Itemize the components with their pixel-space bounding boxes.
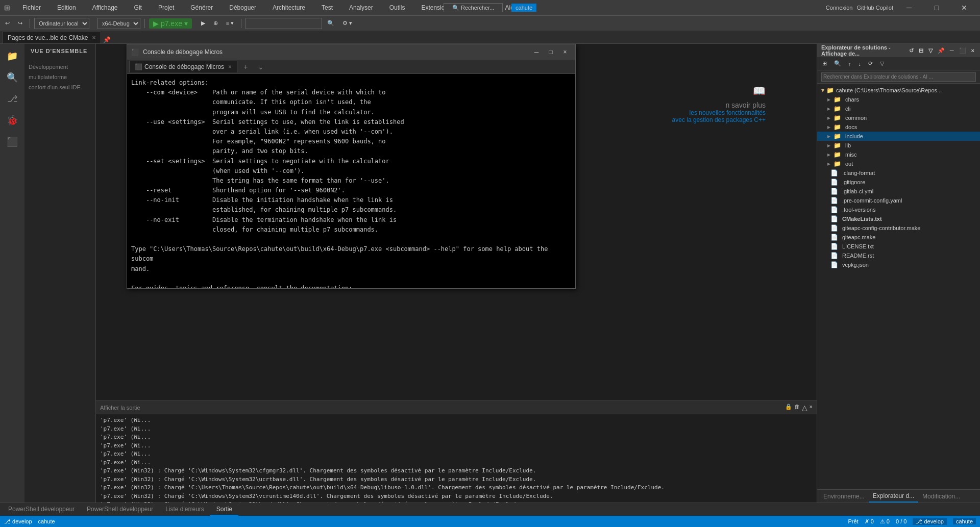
panel-filter-icon[interactable]: ⊟ — [917, 47, 925, 54]
tree-item-misc[interactable]: ▸📁misc — [817, 150, 980, 159]
tree-item-cli[interactable]: ▸📁cli — [817, 104, 980, 113]
output-clear-icon[interactable]: 🗑 — [794, 404, 800, 412]
se-toolbar-btn-6[interactable]: ▽ — [877, 59, 887, 68]
toolbar-undo[interactable]: ↩ — [2, 19, 13, 28]
tree-item--clang-format[interactable]: 📄.clang-format — [817, 168, 980, 178]
output-close-icon[interactable]: × — [810, 404, 813, 412]
tree-item-include[interactable]: ▸📁include — [817, 132, 980, 141]
tree-item-giteapc-config-contributor-make[interactable]: 📄giteapc-config-contributor.make — [817, 223, 980, 233]
explorer-search-input[interactable] — [821, 72, 976, 82]
menu-git[interactable]: Git — [130, 2, 146, 13]
platform-dropdown[interactable]: x64-Debug — [97, 18, 140, 29]
tree-item--pre-commit-config-yaml[interactable]: 📄.pre-commit-config.yaml — [817, 196, 980, 205]
activity-explorer[interactable]: 📁 — [2, 46, 22, 66]
console-close-btn[interactable]: × — [559, 46, 571, 58]
right-bottom-tab-1[interactable]: Explorateur d... — [869, 490, 918, 503]
se-toolbar-btn-4[interactable]: ↓ — [855, 60, 865, 68]
tree-item--tool-versions[interactable]: 📄.tool-versions — [817, 205, 980, 214]
tree-item-readme-rst[interactable]: 📄README.rst — [817, 251, 980, 260]
tree-item-license-txt[interactable]: 📄LICENSE.txt — [817, 242, 980, 251]
status-cahute-badge[interactable]: cahute — [953, 518, 976, 524]
status-warnings[interactable]: ⚠ 0 — [880, 518, 890, 525]
tree-item-vcpkg-json[interactable]: 📄vcpkg.json — [817, 260, 980, 269]
bottom-tab-sortie[interactable]: Sortie — [210, 504, 238, 516]
tree-item-giteapc-make[interactable]: 📄giteapc.make — [817, 233, 980, 242]
maximize-button[interactable]: □ — [925, 0, 948, 15]
panel-min-icon[interactable]: ─ — [948, 47, 955, 54]
tree-root[interactable]: ▾ 📁 cahute (C:\Users\Thomas\Source\Repos… — [817, 86, 980, 95]
menu-debug[interactable]: Déboguer — [225, 2, 260, 13]
debug-tab-nav[interactable]: ⌄ — [254, 61, 268, 73]
debug-tab-main[interactable]: ⬛ Console de débogage Micros × — [129, 61, 237, 72]
console-line: --set <settings> Serial settings to nego… — [131, 157, 571, 166]
output-line: 'p7.exe' (Win32) : Chargé 'C:\Users\Thom… — [100, 484, 813, 492]
console-line: (when used with '--com'). — [131, 166, 571, 176]
menu-test[interactable]: Test — [317, 2, 337, 13]
toolbar-search-icon[interactable]: 🔍 — [324, 19, 337, 28]
menu-view[interactable]: Affichage — [88, 2, 122, 13]
se-toolbar-btn-3[interactable]: ↑ — [845, 60, 854, 68]
tree-item--gitignore[interactable]: 📄.gitignore — [817, 178, 980, 187]
close-button[interactable]: ✕ — [952, 0, 976, 15]
console-minimize-btn[interactable]: ─ — [530, 46, 543, 58]
activity-search[interactable]: 🔍 — [2, 67, 22, 88]
search-icon[interactable]: 🔍 Rechercher... — [444, 3, 503, 12]
toolbar-search[interactable] — [246, 18, 322, 29]
menu-edit[interactable]: Edition — [53, 2, 80, 13]
toolbar-threads[interactable]: ≡ ▾ — [223, 19, 237, 28]
console-line: mand. — [131, 264, 571, 274]
menu-build[interactable]: Générer — [186, 2, 217, 13]
toolbar-gear[interactable]: ⚙ ▾ — [339, 19, 355, 28]
activity-git[interactable]: ⎇ — [2, 89, 22, 109]
status-errors[interactable]: ✗ 0 — [865, 518, 874, 525]
run-button[interactable]: ▶ p7.exe ▾ — [149, 18, 192, 29]
continue-button[interactable]: ▶ — [198, 19, 208, 28]
tree-item-chars[interactable]: ▸📁chars — [817, 95, 980, 104]
panel-max-icon[interactable]: ⬛ — [958, 47, 968, 54]
config-dropdown[interactable]: Ordinateur local — [34, 18, 89, 29]
panel-pin-icon[interactable]: 📌 — [936, 47, 946, 54]
menu-analyze[interactable]: Analyser — [345, 2, 377, 13]
bottom-tab-powershell-développeur[interactable]: PowerShell développeur — [81, 504, 159, 516]
tree-item-docs[interactable]: ▸📁docs — [817, 122, 980, 132]
ide-text-1: n savoir plus — [672, 101, 766, 109]
activity-extensions[interactable]: ⬛ — [2, 132, 22, 152]
panel-close-icon[interactable]: × — [970, 47, 976, 54]
panel-sync-icon[interactable]: ↺ — [908, 47, 915, 54]
status-develop-badge[interactable]: ⎇ develop — [913, 518, 947, 525]
status-position: 0 / 0 — [896, 518, 906, 524]
right-bottom-tab-0[interactable]: Environneme... — [819, 491, 869, 502]
console-maximize-btn[interactable]: □ — [545, 46, 557, 58]
toolbar-breakpoints[interactable]: ⊕ — [210, 19, 221, 28]
bottom-tab-liste-d'erreurs[interactable]: Liste d'erreurs — [159, 504, 210, 516]
menu-tools[interactable]: Outils — [385, 2, 409, 13]
status-repo[interactable]: cahute — [38, 518, 55, 524]
menu-file[interactable]: Fichier — [18, 2, 45, 13]
cmake-tab-close[interactable]: × — [92, 34, 95, 41]
output-collapse-icon[interactable]: △ — [802, 404, 807, 412]
tree-item--gitlab-ci-yml[interactable]: 📄.gitlab-ci.yml — [817, 187, 980, 196]
window-title: 🔍 Rechercher... cahute — [444, 4, 536, 11]
tree-item-cmakelists-txt[interactable]: 📄CMakeLists.txt — [817, 214, 980, 223]
output-line: 'p7.exe' (Win32) : Chargé 'C:\Windows\Sy… — [100, 467, 813, 475]
right-bottom-tab-2[interactable]: Modification... — [918, 491, 964, 502]
activity-debug[interactable]: 🐞 — [2, 110, 22, 131]
left-panel-item-1: Développement multiplateforme — [29, 62, 91, 83]
se-toolbar-btn-5[interactable]: ⟳ — [865, 59, 876, 68]
debug-tab-close[interactable]: × — [228, 63, 232, 70]
tree-item-out[interactable]: ▸📁out — [817, 159, 980, 168]
se-toolbar-btn-1[interactable]: ⊞ — [819, 59, 830, 68]
bottom-tab-powershell-développeur[interactable]: PowerShell développeur — [2, 504, 81, 516]
cmake-tab[interactable]: Pages de vue...ble de CMake × — [2, 32, 101, 43]
toolbar-redo[interactable]: ↪ — [15, 19, 26, 28]
minimize-button[interactable]: ─ — [897, 0, 921, 15]
menu-arch[interactable]: Architecture — [268, 2, 309, 13]
status-branch[interactable]: ⎇ develop — [4, 518, 32, 525]
output-lock-icon[interactable]: 🔒 — [785, 404, 792, 412]
menu-project[interactable]: Projet — [154, 2, 178, 13]
debug-tab-add[interactable]: + — [239, 61, 252, 73]
tree-item-common[interactable]: ▸📁common — [817, 113, 980, 122]
panel-collapse-icon[interactable]: ▽ — [927, 47, 934, 54]
tree-item-lib[interactable]: ▸📁lib — [817, 141, 980, 150]
se-toolbar-btn-2[interactable]: 🔍 — [831, 59, 844, 68]
